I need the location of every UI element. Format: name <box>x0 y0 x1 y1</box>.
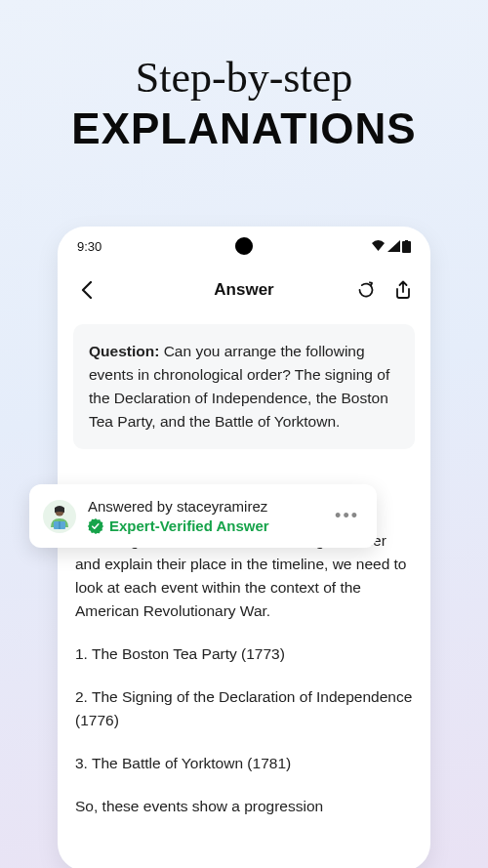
answer-item-1: 1. The Boston Tea Party (1773) <box>75 642 413 666</box>
share-icon <box>394 280 412 300</box>
refresh-button[interactable] <box>354 278 378 302</box>
header-actions <box>354 278 415 302</box>
answered-by-card[interactable]: Answered by staceyramirez Expert-Verifie… <box>29 484 377 548</box>
answered-text: Answered by staceyramirez Expert-Verifie… <box>88 498 321 534</box>
promo-line-1: Step-by-step <box>0 53 488 103</box>
more-options-button[interactable]: ••• <box>333 506 361 526</box>
cell-signal-icon <box>387 240 400 252</box>
status-time: 9:30 <box>77 239 102 254</box>
verified-label: Expert-Verified Answer <box>109 517 269 534</box>
svg-rect-5 <box>59 521 60 529</box>
chevron-left-icon <box>81 281 93 299</box>
camera-hole-icon <box>235 237 253 255</box>
back-button[interactable] <box>73 276 101 304</box>
refresh-icon <box>356 280 376 300</box>
answer-item-3: 3. The Battle of Yorktown (1781) <box>75 752 413 775</box>
answer-outro: So, these events show a progression <box>75 795 413 818</box>
question-card: Question: Can you arrange the following … <box>73 324 415 449</box>
avatar <box>43 500 76 533</box>
answered-by-username: staceyramirez <box>177 498 267 515</box>
answered-by-prefix: Answered by <box>88 498 177 515</box>
svg-rect-1 <box>405 240 408 242</box>
promo-line-2: EXPLANATIONS <box>0 104 488 153</box>
verified-row: Expert-Verified Answer <box>88 517 321 534</box>
status-bar: 9:30 <box>58 227 430 266</box>
svg-point-2 <box>371 282 373 284</box>
answered-by-line: Answered by staceyramirez <box>88 498 321 515</box>
page-title: Answer <box>214 280 273 300</box>
svg-rect-0 <box>402 241 411 253</box>
battery-icon <box>402 240 411 253</box>
question-label: Question: <box>89 343 159 359</box>
wifi-icon <box>371 240 386 252</box>
more-horizontal-icon: ••• <box>335 506 359 525</box>
status-indicators <box>371 240 411 253</box>
answer-item-2: 2. The Signing of the Declaration of Ind… <box>75 685 413 732</box>
content-area[interactable]: Question: Can you arrange the following … <box>58 314 430 868</box>
avatar-illustration-icon <box>45 502 74 531</box>
share-button[interactable] <box>391 278 415 302</box>
verified-badge-icon <box>88 518 103 534</box>
promo-headline: Step-by-step EXPLANATIONS <box>0 0 488 153</box>
app-header: Answer <box>58 266 430 314</box>
